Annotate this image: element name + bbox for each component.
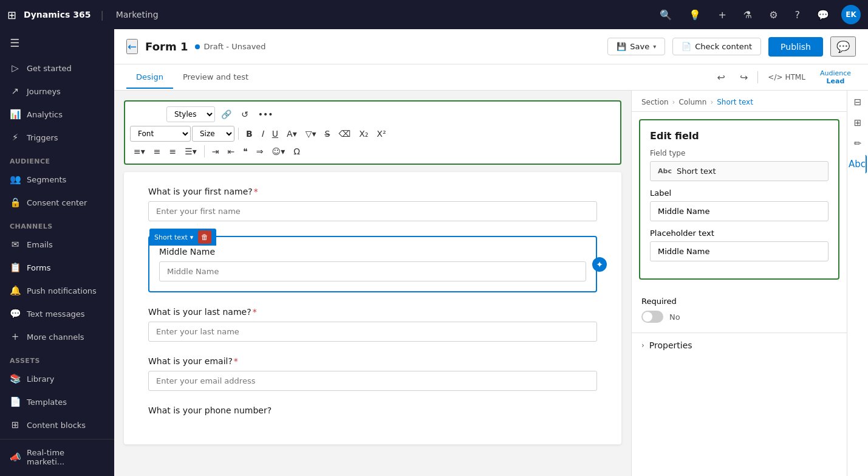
audience-button[interactable]: Audience Lead xyxy=(815,67,856,88)
short-text-badge[interactable]: Short text ▾ 🗑 xyxy=(149,229,216,246)
grid-icon[interactable]: ⊞ xyxy=(7,9,16,21)
delete-field-button[interactable]: 🗑 xyxy=(198,230,211,244)
toolbar-row-3: ≡▾ ≡ ≡ ☰▾ ⇥ ⇤ ❝ ⇒ ☺▾ Ω xyxy=(130,144,615,159)
subscript-button[interactable]: X₂ xyxy=(355,126,372,141)
sidebar-item-emails[interactable]: ✉ Emails xyxy=(0,233,114,256)
settings-icon[interactable]: ⚙ xyxy=(764,7,782,23)
back-button[interactable]: ← xyxy=(126,39,138,54)
sidebar-item-consent-center[interactable]: 🔒 Consent center xyxy=(0,191,114,214)
email-input[interactable] xyxy=(148,371,597,391)
sidebar-item-realtime[interactable]: 📣 Real-time marketi... xyxy=(0,442,114,472)
sidebar-item-text-messages[interactable]: 💬 Text messages xyxy=(0,302,114,325)
label-section: Label xyxy=(650,188,829,221)
sidebar-label-templates: Templates xyxy=(27,398,67,407)
field-type-label: Field type xyxy=(650,149,829,157)
check-content-button[interactable]: 📄 Check content xyxy=(672,38,761,55)
font-color-button[interactable]: A▾ xyxy=(283,126,301,141)
font-dropdown[interactable]: Font xyxy=(130,126,191,142)
italic-button[interactable]: I xyxy=(258,126,267,141)
breadcrumb-sep-2: › xyxy=(710,98,713,106)
form-header: ← Form 1 Draft - Unsaved 💾 Save ▾ 📄 Chec… xyxy=(114,29,868,64)
plus-icon[interactable]: + xyxy=(713,7,731,23)
last-name-input[interactable] xyxy=(148,322,597,342)
filter-icon[interactable]: ⚗ xyxy=(739,7,757,23)
placeholder-field-label: Placeholder text xyxy=(650,229,829,238)
size-dropdown[interactable]: Size xyxy=(192,126,234,142)
middle-name-field-selected: Short text ▾ 🗑 Middle Name ✦ xyxy=(148,236,597,292)
sidebar-item-more-channels[interactable]: + More channels xyxy=(0,325,114,348)
required-toggle[interactable] xyxy=(641,311,663,323)
field-type-display: Abc Short text xyxy=(650,161,829,181)
help-icon[interactable]: ? xyxy=(790,7,805,23)
breadcrumb-section[interactable]: Section xyxy=(641,98,669,106)
move-handle[interactable]: ✦ xyxy=(592,257,607,272)
highlight-button[interactable]: ▽▾ xyxy=(302,126,320,141)
special-char-button[interactable]: Ω xyxy=(290,144,304,159)
superscript-button[interactable]: X² xyxy=(373,126,389,141)
indent-button[interactable]: ⇥ xyxy=(208,144,223,159)
user-avatar[interactable]: EK xyxy=(841,5,861,24)
underline-button[interactable]: U xyxy=(268,126,282,141)
publish-button[interactable]: Publish xyxy=(768,37,823,57)
bold-button[interactable]: B xyxy=(242,126,256,141)
check-icon: 📄 xyxy=(682,42,691,51)
sidebar-item-templates[interactable]: 📄 Templates xyxy=(0,390,114,413)
undo-button[interactable]: ↩ xyxy=(713,69,730,86)
content-blocks-icon: ⊞ xyxy=(10,419,21,430)
align-left-button[interactable]: ≡▾ xyxy=(130,144,149,159)
blockquote-button[interactable]: ❝ xyxy=(239,144,251,159)
sidebar-item-forms[interactable]: 📋 Forms xyxy=(0,256,114,279)
sidebar-item-library[interactable]: 📚 Library xyxy=(0,367,114,390)
emoji-button[interactable]: ☺▾ xyxy=(268,144,289,159)
draft-status: Draft - Unsaved xyxy=(195,42,265,51)
label-input[interactable] xyxy=(650,201,829,221)
list-button[interactable]: ☰▾ xyxy=(181,144,200,159)
redo-button[interactable]: ↪ xyxy=(735,69,753,86)
panel-icon-edit[interactable]: ✏ xyxy=(849,134,867,153)
sidebar-label-get-started: Get started xyxy=(27,64,72,73)
align-center-button[interactable]: ≡ xyxy=(150,144,165,159)
tab-preview-test[interactable]: Preview and test xyxy=(173,66,258,89)
properties-label: Properties xyxy=(649,340,692,350)
panel-icon-settings[interactable]: Abc xyxy=(849,155,867,173)
templates-icon: 📄 xyxy=(10,396,21,407)
sidebar-item-content-blocks[interactable]: ⊞ Content blocks xyxy=(0,413,114,436)
sidebar-item-analytics[interactable]: 📊 Analytics xyxy=(0,103,114,126)
breadcrumb-short-text[interactable]: Short text xyxy=(717,98,753,106)
sidebar-item-get-started[interactable]: ▷ Get started xyxy=(0,57,114,80)
sidebar-item-segments[interactable]: 👥 Segments xyxy=(0,168,114,191)
properties-row[interactable]: › Properties xyxy=(641,340,837,350)
middle-name-input[interactable] xyxy=(159,261,586,281)
more-options-icon[interactable]: ••• xyxy=(255,107,277,122)
chat-icon[interactable]: 💬 xyxy=(812,7,834,23)
placeholder-input[interactable] xyxy=(650,241,829,261)
first-name-input[interactable] xyxy=(148,201,597,221)
breadcrumb: Section › Column › Short text xyxy=(632,91,847,112)
lightbulb-icon[interactable]: 💡 xyxy=(684,7,706,23)
search-icon[interactable]: 🔍 xyxy=(655,7,677,23)
align-right-button[interactable]: ≡ xyxy=(166,144,180,159)
comments-icon[interactable]: 💬 xyxy=(830,36,856,57)
breadcrumb-column[interactable]: Column xyxy=(678,98,706,106)
clear-format-button[interactable]: ⌫ xyxy=(335,126,354,141)
save-button[interactable]: 💾 Save ▾ xyxy=(607,38,665,55)
ltr-button[interactable]: ⇒ xyxy=(253,144,267,159)
app-logo: Dynamics 365 xyxy=(24,10,91,19)
content-area: ← Form 1 Draft - Unsaved 💾 Save ▾ 📄 Chec… xyxy=(114,29,868,476)
styles-dropdown[interactable]: Styles xyxy=(166,106,215,122)
outdent-button[interactable]: ⇤ xyxy=(224,144,239,159)
tab-design[interactable]: Design xyxy=(126,66,173,89)
sidebar-item-triggers[interactable]: ⚡ Triggers xyxy=(0,126,114,149)
sidebar-item-journeys[interactable]: ↗ Journeys xyxy=(0,80,114,103)
panel-icon-add[interactable]: ⊞ xyxy=(849,114,867,132)
toolbar-row-2: Font Size B I U A▾ ▽▾ S̶ ⌫ X₂ xyxy=(130,126,615,142)
link-icon[interactable]: 🔗 xyxy=(217,107,235,122)
required-label: Required xyxy=(641,297,837,306)
sidebar-item-push-notifications[interactable]: 🔔 Push notifications xyxy=(0,279,114,302)
html-button[interactable]: </> HTML xyxy=(763,71,810,84)
hamburger-menu[interactable]: ☰ xyxy=(0,29,114,57)
strikethrough-button[interactable]: S̶ xyxy=(321,126,333,141)
text-msg-icon: 💬 xyxy=(10,308,21,319)
panel-icon-layout[interactable]: ⊟ xyxy=(849,93,867,111)
refresh-icon[interactable]: ↺ xyxy=(238,107,252,122)
